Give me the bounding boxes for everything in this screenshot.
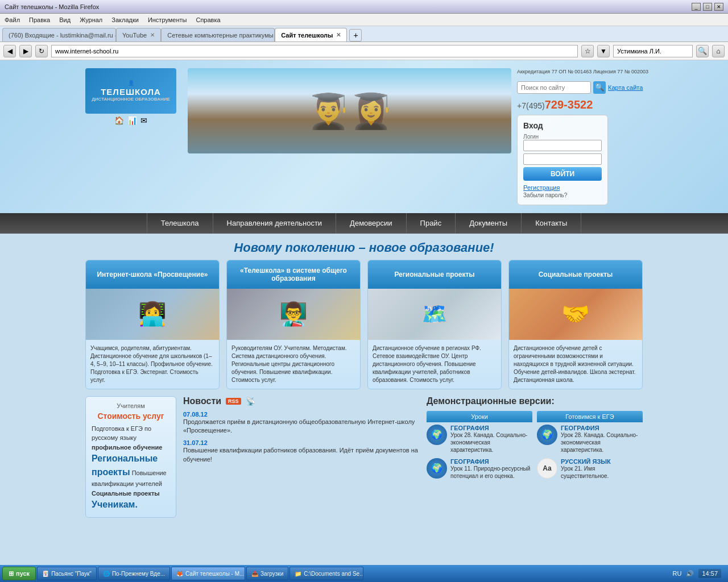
site-wrapper: 👤 ТЕЛЕШКОЛА ДИСТАНЦИОННОЕ ОБРАЗОВАНИЕ 🏠 …	[0, 60, 728, 518]
demo-item-1[interactable]: 🌍 ГЕОГРАФИЯ Урок 11. Природно-ресурсный …	[427, 458, 532, 480]
close-button[interactable]: ✕	[714, 3, 723, 11]
sidebar-item-1[interactable]: профильное обучение	[92, 444, 162, 451]
demo-col-1: Уроки 🌍 ГЕОГРАФИЯ Урок 28. Канада. Социа…	[427, 411, 532, 484]
start-button[interactable]: ⊞ пуск	[2, 567, 36, 580]
taskbar-item-0[interactable]: 🃏 Пасьянс "Паук"	[37, 567, 97, 580]
demo-subject-0: ГЕОГРАФИЯ	[450, 425, 532, 431]
taskbar-item-4[interactable]: 📁 C:\Documents and Se...	[289, 567, 363, 580]
tab-teleschool[interactable]: Сайт телешколы ✕	[275, 28, 347, 41]
nav-demo[interactable]: Демоверсии	[336, 213, 406, 234]
demo-item-0-text: ГЕОГРАФИЯ Урок 28. Канада. Социально-эко…	[450, 425, 532, 454]
news-date-0[interactable]: 07.08.12	[183, 411, 420, 418]
news-date-1[interactable]: 31.07.12	[183, 439, 420, 446]
card-1[interactable]: «Телешкола» в системе общего образования…	[226, 260, 361, 389]
menu-help[interactable]: Справка	[193, 15, 222, 24]
login-label: Логин	[523, 134, 602, 140]
card-2-text: Дистанционное обучение в регионах РФ. Се…	[368, 340, 501, 389]
window-title: Сайт телешколы - Mozilla Firefox	[5, 3, 99, 10]
taskbar-label-0: Пасьянс "Паук"	[51, 571, 92, 577]
site-search-input[interactable]	[517, 81, 591, 94]
nav-directions[interactable]: Направления деятельности	[213, 213, 337, 234]
menu-tools[interactable]: Инструменты	[146, 15, 189, 24]
demo-col-1-header: Уроки	[427, 411, 532, 422]
new-tab-button[interactable]: +	[349, 29, 362, 41]
news-title: Новости	[183, 396, 221, 406]
sidebar-item-5[interactable]: Ученикам.	[92, 500, 138, 509]
chart-icon[interactable]: 📊	[127, 116, 137, 125]
taskbar-label-4: C:\Documents and Se...	[304, 571, 363, 577]
minimize-button[interactable]: _	[692, 3, 701, 11]
reload-button[interactable]: ↻	[35, 45, 48, 57]
search-go-button[interactable]: 🔍	[696, 45, 709, 57]
tab-youtube[interactable]: YouTube ✕	[116, 28, 161, 41]
menu-file[interactable]: Файл	[2, 15, 22, 24]
demo-item-2-text: ГЕОГРАФИЯ Урок 28. Канада. Социально-эко…	[561, 425, 643, 454]
nav-price[interactable]: Прайс	[407, 213, 456, 234]
password-input[interactable]	[523, 153, 602, 165]
home-button[interactable]: ⌂	[712, 45, 725, 57]
card-0[interactable]: Интернет-школа «Просвещение» 👩‍💻 Учащимс…	[85, 260, 220, 389]
logo-text: ТЕЛЕШКОЛА	[101, 87, 161, 97]
taskbar-item-1[interactable]: 🌐 По-Прежнему Вде...	[98, 567, 170, 580]
demo-icon-2: 🌍	[537, 425, 557, 445]
demo-title: Демонстрационные версии:	[427, 396, 643, 406]
teachers-sidebar: Учителям Стоимость услуг Подготовка к ЕГ…	[85, 396, 176, 518]
taskbar-label-3: Загрузки	[260, 571, 283, 577]
site-search-button[interactable]: 🔍	[593, 81, 606, 94]
menu-edit[interactable]: Правка	[27, 15, 52, 24]
demo-item-2[interactable]: 🌍 ГЕОГРАФИЯ Урок 28. Канада. Социально-э…	[537, 425, 643, 454]
tab-youtube-close[interactable]: ✕	[150, 32, 155, 38]
taskbar-right: RU 🔊 14:57	[673, 569, 726, 578]
sidebar-item-4[interactable]: Социальные проекты	[92, 490, 160, 497]
nav-teleschool[interactable]: Телешкола	[147, 213, 213, 234]
address-input[interactable]	[51, 45, 578, 57]
news-section: Новости RSS 📡 07.08.12 Продолжается приё…	[183, 396, 420, 518]
sidebar-item-0[interactable]: Подготовка к ЕГЭ по русскому языку	[92, 425, 151, 442]
nav-docs[interactable]: Документы	[456, 213, 522, 234]
login-button[interactable]: ВОЙТИ	[523, 167, 602, 181]
demo-item-3[interactable]: Aa РУССКИЙ ЯЗЫК Урок 21. Имя существител…	[537, 458, 643, 480]
cards-row: Интернет-школа «Просвещение» 👩‍💻 Учащимс…	[74, 260, 654, 396]
logo[interactable]: 👤 ТЕЛЕШКОЛА ДИСТАНЦИОННОЕ ОБРАЗОВАНИЕ	[85, 68, 176, 114]
refresh-button[interactable]: ▼	[597, 45, 610, 57]
menu-journal[interactable]: Журнал	[77, 15, 105, 24]
card-3[interactable]: Социальные проекты 🤝 Дистанционное обуче…	[508, 260, 643, 389]
taskbar-clock: 14:57	[698, 569, 721, 578]
menu-bookmarks[interactable]: Закладки	[109, 15, 141, 24]
tab-teleschool-close[interactable]: ✕	[336, 32, 341, 38]
phone-number: +7(495)729-3522	[517, 98, 648, 111]
card-3-header: Социальные проекты	[509, 260, 642, 289]
address-bar: ◀ ▶ ↻ ☆ ▼ 🔍 ⌂	[0, 42, 728, 60]
taskbar-item-2[interactable]: 🦊 Сайт телешколы - М...	[171, 567, 245, 580]
bookmark-button[interactable]: ☆	[581, 45, 594, 57]
taskbar-item-3[interactable]: 📥 Загрузки	[246, 567, 288, 580]
forward-button[interactable]: ▶	[19, 45, 32, 57]
menu-view[interactable]: Вид	[57, 15, 73, 24]
nav-contacts[interactable]: Контакты	[522, 213, 581, 234]
demo-item-0[interactable]: 🌍 ГЕОГРАФИЯ Урок 28. Канада. Социально-э…	[427, 425, 532, 454]
yandex-search-input[interactable]	[613, 45, 693, 57]
demo-subject-3: РУССКИЙ ЯЗЫК	[561, 458, 643, 465]
news-header: Новости RSS 📡	[183, 396, 420, 406]
top-info: Аккредитация 77 ОП № 001463 Лицензия 77 …	[517, 68, 648, 111]
sidebar-cost-link[interactable]: Стоимость услуг	[92, 411, 170, 421]
card-0-text: Учащимся, родителям, абитуриентам. Диста…	[86, 340, 219, 389]
register-link[interactable]: Регистрация	[523, 184, 602, 191]
card-0-header: Интернет-школа «Просвещение»	[86, 260, 219, 289]
accreditation-lines: Аккредитация 77 ОП № 001463 Лицензия 77 …	[517, 68, 648, 76]
rss-badge[interactable]: RSS	[226, 398, 241, 405]
card-2-image: 🗺️	[368, 289, 501, 340]
login-input[interactable]	[523, 140, 602, 151]
maximize-button[interactable]: □	[703, 3, 712, 11]
back-button[interactable]: ◀	[3, 45, 16, 57]
map-link[interactable]: Карта сайта	[608, 84, 643, 91]
card-2[interactable]: Региональные проекты 🗺️ Дистанционное об…	[367, 260, 502, 389]
email-icon[interactable]: ✉	[140, 116, 147, 125]
tab-2[interactable]: Сетевые компьютерные практикумы ... ✕	[161, 28, 275, 41]
home-icon[interactable]: 🏠	[114, 116, 124, 125]
accreditation-text: Аккредитация 77 ОП № 001463 Лицензия 77 …	[517, 68, 648, 76]
tab-0[interactable]: (760) Входящие - lustimkina@mail.ru - П.…	[2, 28, 116, 41]
forgot-link[interactable]: Забыли пароль?	[523, 192, 567, 198]
title-bar: Сайт телешколы - Mozilla Firefox _ □ ✕	[0, 0, 728, 14]
taskbar-lang[interactable]: RU	[673, 570, 682, 577]
